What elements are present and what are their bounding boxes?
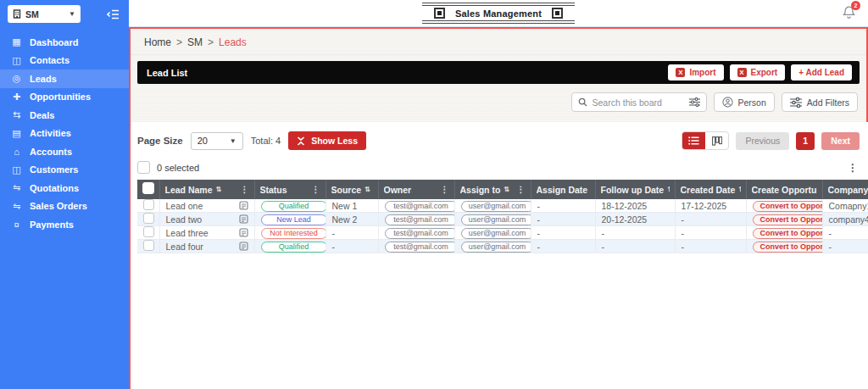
status-cell: New Lead [254,213,326,226]
table-options-menu-icon[interactable]: ⋮ [848,162,858,174]
column-header-company[interactable]: Company ⇅ [822,180,868,199]
toolbar-area: Home > SM > Leads Lead List X Import X [131,29,868,122]
table-row: Lead one Qualified New 1 test@gmail.com … [137,199,868,213]
column-menu-icon[interactable]: ⋮ [241,185,249,194]
sort-icon[interactable]: ⇅ [216,186,222,193]
status-cell: Qualified [254,199,326,213]
sidebar-collapse-button[interactable] [107,9,120,19]
activities-icon: ▤ [11,128,22,139]
table-row: Lead two New Lead New 2 test@gmail.com u… [137,213,868,226]
page-number-button[interactable]: 1 [796,132,815,150]
person-icon [722,97,733,108]
sort-icon[interactable]: ⇅ [364,186,370,193]
workspace-select[interactable]: SM ▼ [8,5,81,23]
owner-badge: test@gmail.com [385,242,455,253]
note-icon[interactable] [239,201,248,210]
lead-name[interactable]: Lead three [166,228,209,238]
status-badge: Qualified [261,201,326,212]
lead-name[interactable]: Lead four [166,242,203,252]
column-header-follow-up-date[interactable]: Follow up Date ⇅ ⋮ [595,180,675,199]
sidebar-item-contacts[interactable]: ◫ Contacts [0,52,129,70]
sort-icon[interactable]: ⇅ [738,186,740,193]
row-checkbox[interactable] [143,240,154,251]
breadcrumb-home[interactable]: Home [144,36,171,48]
column-header-created-date[interactable]: Created Date ⇅ ⋮ [675,180,746,199]
breadcrumb-sm[interactable]: SM [187,36,203,48]
status-cell: Qualified [254,240,326,253]
previous-page-button[interactable]: Previous [736,132,789,150]
created-date-cell: - [675,213,746,226]
notification-badge: 2 [851,1,860,10]
sidebar-item-label: Customers [30,164,78,175]
pagination-controls: Previous 1 Next [682,131,860,150]
import-button[interactable]: X Import [668,64,723,81]
source-cell: - [326,240,378,253]
page-size-select[interactable]: 20 ▼ [191,132,243,150]
column-menu-icon[interactable]: ⋮ [441,185,449,194]
notifications-button[interactable]: 2 [842,5,856,24]
logo-ornament-right [552,8,563,19]
sales-orders-icon: ⇋ [11,201,22,212]
column-header-assign-to[interactable]: Assign to ⇅ ⋮ [454,180,531,199]
assign-date-cell: - [531,240,595,253]
next-page-button[interactable]: Next [821,132,860,150]
lead-name[interactable]: Lead one [166,201,203,211]
select-all-checkbox[interactable] [137,161,150,174]
row-checkbox[interactable] [143,226,154,237]
kanban-view-button[interactable] [705,132,728,149]
show-less-button[interactable]: Show Less [288,131,366,150]
sidebar-item-accounts[interactable]: ⌂ Accounts [0,142,129,161]
contacts-icon: ◫ [11,55,22,66]
row-checkbox[interactable] [143,199,154,210]
sidebar-item-dashboard[interactable]: ▦ Dashboard [0,33,129,52]
sidebar-item-label: Sales Orders [30,201,87,211]
sidebar-header: SM ▼ [0,0,129,28]
sidebar-item-deals[interactable]: ⇆ Deals [0,106,129,125]
sort-icon[interactable]: ⇅ [667,186,669,193]
filter-sliders-icon[interactable] [689,97,700,107]
owner-cell: test@gmail.com [378,199,454,213]
sidebar-item-payments[interactable]: ¤ Payments [0,215,129,234]
add-filters-button[interactable]: Add Filters [782,92,858,112]
sidebar-item-customers[interactable]: ◫ Customers [0,161,129,180]
column-header-lead-name[interactable]: Lead Name ⇅ ⋮ [159,180,254,199]
sidebar-item-quotations[interactable]: ⇋ Quotations [0,179,129,197]
checkbox-cell [137,213,159,226]
leads-table: Lead Name ⇅ ⋮ Status ⋮ Source ⇅ ⋮ Owner … [137,180,868,253]
header-checkbox[interactable] [142,182,154,194]
row-checkbox[interactable] [143,213,154,224]
column-header-assign-date[interactable]: Assign Date ⇅ ⋮ [531,180,595,199]
column-header-create-opportunity[interactable]: Create Opportunity ⋮ [746,180,822,199]
convert-to-opportunity-button[interactable]: Convert to Opportunity [753,242,823,253]
column-menu-icon[interactable]: ⋮ [517,185,526,194]
building-icon [13,9,21,19]
lead-name[interactable]: Lead two [166,214,203,225]
column-header-owner[interactable]: Owner ⋮ [378,180,454,199]
table-body: Lead one Qualified New 1 test@gmail.com … [137,199,868,253]
column-header-source[interactable]: Source ⇅ ⋮ [326,180,378,199]
chevron-down-icon: ▼ [69,10,75,18]
export-button[interactable]: X Export [730,64,786,81]
opportunities-icon: ✚ [11,92,22,103]
convert-to-opportunity-button[interactable]: Convert to Opportunity [753,201,823,212]
sidebar-item-activities[interactable]: ▤ Activities [0,125,129,143]
search-input[interactable] [593,97,684,108]
column-menu-icon[interactable]: ⋮ [312,185,320,194]
note-icon[interactable] [239,228,248,237]
sort-icon[interactable]: ⇅ [504,186,509,193]
column-header-status[interactable]: Status ⋮ [254,180,326,199]
convert-to-opportunity-button[interactable]: Convert to Opportunity [753,228,823,239]
sidebar-item-leads[interactable]: ◎ Leads [0,69,129,88]
sidebar-item-opportunities[interactable]: ✚ Opportunities [0,88,129,107]
sidebar-item-sales-orders[interactable]: ⇋ Sales Orders [0,197,129,216]
main: Sales Management 2 Home > SM > Leads [129,0,868,389]
owner-cell: test@gmail.com [378,240,454,253]
note-icon[interactable] [239,242,248,251]
add-lead-button[interactable]: + Add Lead [791,64,852,81]
note-icon[interactable] [239,214,248,224]
person-filter-button[interactable]: Person [714,92,775,112]
company-cell: company456 [822,213,868,226]
list-view-button[interactable] [682,132,705,149]
quotations-icon: ⇋ [11,182,22,193]
convert-to-opportunity-button[interactable]: Convert to Opportunity [753,214,823,225]
